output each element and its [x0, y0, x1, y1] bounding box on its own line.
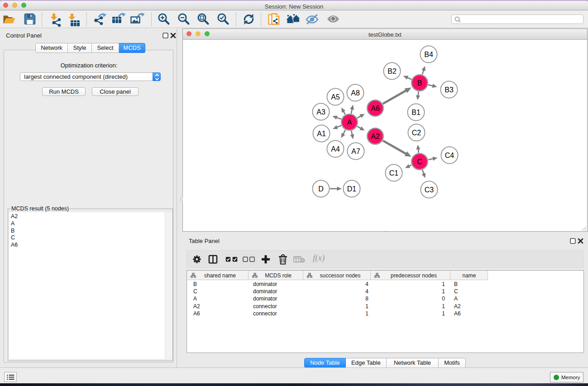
svg-text:B1: B1 — [411, 109, 421, 116]
svg-text:C1: C1 — [389, 169, 399, 177]
svg-text:A5: A5 — [331, 93, 340, 101]
svg-text:C: C — [417, 158, 422, 166]
svg-text:A: A — [347, 119, 352, 126]
svg-text:B4: B4 — [424, 51, 433, 58]
svg-text:B3: B3 — [445, 86, 454, 94]
svg-text:A8: A8 — [351, 89, 360, 97]
svg-text:B2: B2 — [387, 67, 397, 75]
svg-text:D1: D1 — [347, 185, 357, 193]
svg-text:A2: A2 — [371, 133, 380, 140]
svg-text:A1: A1 — [317, 130, 326, 138]
svg-text:A4: A4 — [331, 145, 340, 153]
svg-text:B: B — [417, 79, 422, 87]
svg-text:A3: A3 — [316, 108, 325, 116]
svg-text:C4: C4 — [445, 152, 454, 159]
svg-text:C3: C3 — [425, 186, 434, 194]
svg-text:C2: C2 — [412, 129, 421, 137]
svg-text:A7: A7 — [351, 148, 360, 155]
svg-text:D: D — [318, 185, 324, 193]
svg-text:A6: A6 — [371, 105, 380, 112]
